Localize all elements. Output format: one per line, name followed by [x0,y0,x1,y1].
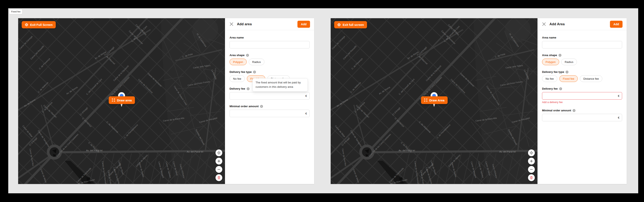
panel-title: Add area [237,22,252,26]
close-icon [542,22,546,26]
info-icon[interactable] [558,54,562,57]
exit-fullscreen-button[interactable]: Exit full screen [334,21,367,28]
close-icon [230,22,234,26]
minus-icon [217,168,220,171]
panel-title: Add Area [550,22,565,26]
minimal-order-field: Minimal order amount € [542,109,622,121]
area-shape-label: Area shape [230,54,244,57]
svg-text:Av. del Paral·lel: Av. del Paral·lel [499,150,516,153]
fee-option-no-fee[interactable]: No fee [542,75,557,82]
plus-icon [217,160,220,163]
close-button[interactable] [229,22,234,27]
svg-text:Av. del Paral·lel: Av. del Paral·lel [398,149,415,152]
delivery-fee-field: Delivery fee € Add a delivery fee [542,87,622,104]
area-name-field: Area name [542,36,622,48]
draw-area-button[interactable]: Draw area [109,96,135,104]
minimal-order-field: Minimal order amount € [230,105,310,117]
zoom-out-button[interactable] [216,166,222,173]
currency-symbol: € [305,94,307,97]
fee-option-distance-fee[interactable]: Distance fee [580,75,602,82]
area-name-input[interactable] [545,43,620,47]
shape-option-polygon[interactable]: Polygon [230,59,247,65]
minimal-order-input[interactable] [232,112,304,115]
fee-type-field: Delivery fee type No fee Fixed fee Dista… [542,70,622,82]
draw-area-icon [112,98,115,102]
map-controls [528,149,535,181]
info-icon[interactable] [566,71,568,73]
currency-symbol: € [305,112,307,115]
minus-icon [530,168,533,171]
minimal-order-label: Minimal order amount [230,105,259,108]
saved-area-tab[interactable]: Fixed fee [9,9,22,14]
add-area-form: Add Area Add Area name Area shape Polygo… [538,18,627,184]
delete-area-button[interactable] [528,174,535,181]
fixed-fee-tooltip: The fixed amount that will be paid by cu… [252,78,308,91]
shape-option-radius[interactable]: Radius [249,59,264,65]
draw-area-label: Draw area [117,98,132,102]
fee-type-label: Delivery fee type [542,70,564,73]
fee-option-fixed-fee[interactable]: Fixed fee [559,75,578,82]
locate-button[interactable] [216,149,222,156]
info-icon[interactable] [246,54,249,57]
delivery-area-panel-right: Av. del Paral·lelAv. del Paral·lelGran V… [331,18,627,184]
minimal-order-input[interactable] [545,116,616,119]
zoom-in-button[interactable] [216,158,222,165]
area-shape-field: Area shape Polygon Radius [230,54,310,65]
shape-option-polygon[interactable]: Polygon [542,59,559,65]
plus-icon [530,160,533,163]
form-header: Add area Add [225,18,314,30]
delivery-fee-label: Delivery fee [230,87,245,90]
area-name-input[interactable] [232,43,307,47]
app-background: Fixed fee Av. del Paral·lelAv. del Paral… [8,8,638,193]
delivery-area-panel-left: Av. del Paral·lelAv. del Paral·lelGran V… [18,18,314,184]
fee-option-no-fee[interactable]: No fee [230,75,245,82]
add-area-form: Add area Add Area name Area shape Polygo… [225,18,314,184]
zoom-in-button[interactable] [528,158,535,165]
draw-area-icon [424,98,428,102]
map-controls [216,149,222,181]
exit-fullscreen-icon [337,23,341,27]
form-body: Area name Area shape Polygon Radius D [538,30,627,184]
svg-text:Av. del Paral·lel: Av. del Paral·lel [187,150,203,153]
info-icon[interactable] [572,109,576,112]
delivery-fee-label: Delivery fee [542,87,558,90]
currency-symbol: € [618,94,620,97]
svg-text:Av. del Paral·lel: Av. del Paral·lel [86,149,102,152]
zoom-out-button[interactable] [528,166,535,173]
exit-fullscreen-label: Exit Full Screen [30,23,53,27]
draw-area-button[interactable]: Draw Area [421,96,448,104]
exit-fullscreen-icon [25,23,28,27]
map-canvas[interactable]: Av. del Paral·lelAv. del Paral·lelGran V… [331,18,538,184]
delivery-fee-error: Add a delivery fee [542,101,622,104]
exit-fullscreen-button[interactable]: Exit Full Screen [22,21,56,28]
info-icon[interactable] [253,71,256,73]
map-canvas[interactable]: Av. del Paral·lelAv. del Paral·lelGran V… [18,18,225,184]
area-shape-label: Area shape [542,54,557,57]
shape-option-radius[interactable]: Radius [561,59,577,65]
area-name-label: Area name [542,36,556,39]
minimal-order-label: Minimal order amount [542,109,571,112]
trash-icon [217,176,221,179]
currency-symbol: € [618,116,620,119]
form-body: Area name Area shape Polygon Radius D [225,30,314,184]
close-button[interactable] [542,22,546,27]
info-icon[interactable] [260,105,263,108]
locate-icon [530,151,533,155]
add-button[interactable]: Add [298,21,310,28]
exit-fullscreen-label: Exit full screen [343,23,364,27]
add-button[interactable]: Add [610,21,622,28]
delivery-fee-input[interactable] [232,94,304,98]
locate-button[interactable] [528,149,535,156]
info-icon[interactable] [247,87,250,90]
delivery-fee-input[interactable] [545,94,616,98]
form-header: Add Area Add [538,18,627,30]
area-name-label: Area name [230,36,244,39]
area-name-field: Area name [230,36,310,48]
delete-area-button[interactable] [216,174,222,181]
trash-icon [530,176,533,179]
draw-area-label: Draw Area [429,98,444,102]
locate-icon [217,151,221,155]
fee-type-label: Delivery fee type [230,70,252,73]
area-shape-field: Area shape Polygon Radius [542,54,622,65]
info-icon[interactable] [559,87,562,90]
